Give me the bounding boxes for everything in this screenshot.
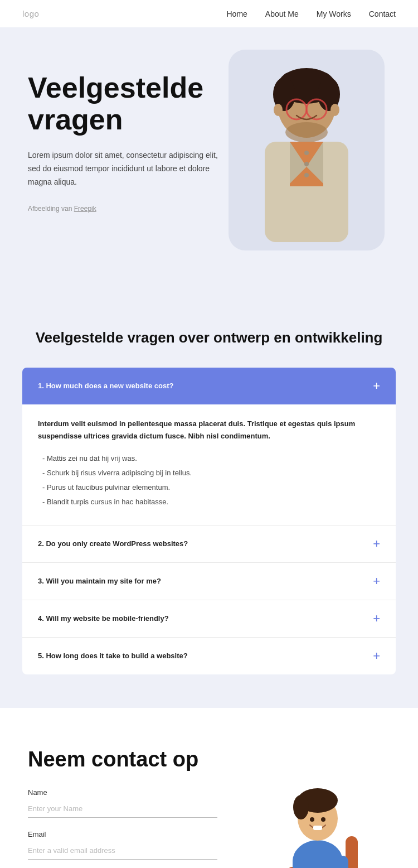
svg-point-15 [304, 162, 309, 166]
logo: logo [22, 9, 39, 18]
faq-answer-list-item: Blandit turpis cursus in hac habitasse. [38, 495, 380, 509]
faq-item: 3. Will you maintain my site for me?+ [22, 563, 396, 600]
hero-image [229, 50, 385, 250]
svg-point-7 [285, 122, 328, 142]
faq-plus-icon: + [373, 380, 380, 392]
faq-question-label: 4. Will my website be mobile-friendly? [38, 614, 169, 623]
email-form-group: Email [28, 830, 217, 860]
name-input[interactable] [28, 800, 217, 818]
email-label: Email [28, 830, 217, 838]
hero-credit-link[interactable]: Freepik [74, 205, 96, 213]
faq-question-label: 5. How long does it take to build a webs… [38, 652, 188, 660]
nav-works[interactable]: My Works [317, 9, 351, 18]
hero-section: Veelgestelde vragen Lorem ipsum dolor si… [0, 27, 418, 295]
nav-links: Home About Me My Works Contact [226, 9, 396, 18]
svg-rect-29 [293, 856, 304, 868]
faq-item: 2. Do you only create WordPress websites… [22, 525, 396, 563]
faq-main-title: Veelgestelde vragen over ontwerp en ontw… [22, 329, 396, 348]
faq-plus-icon: + [373, 538, 380, 550]
faq-answer-bold: Interdum velit euismod in pellentesque m… [38, 418, 380, 442]
faq-question-label: 2. Do you only create WordPress websites… [38, 539, 188, 548]
nav-home[interactable]: Home [226, 9, 247, 18]
contact-form-column: Neem contact op Name Email INDIENEN Afbe… [28, 747, 217, 868]
svg-point-14 [304, 151, 309, 155]
faq-item: 4. Will my website be mobile-friendly?+ [22, 600, 396, 638]
svg-point-25 [293, 795, 309, 819]
faq-answer-list-item: Schurk bij risus viverra adipiscing bij … [38, 466, 380, 480]
faq-container: 1. How much does a new website cost?+Int… [22, 368, 396, 674]
faq-answer-list: Mattis zei nu dat hij vrij was.Schurk bi… [38, 451, 380, 509]
faq-section: Veelgestelde vragen over ontwerp en ontw… [0, 295, 418, 708]
name-form-group: Name [28, 788, 217, 818]
svg-point-16 [304, 173, 309, 177]
faq-question-label: 1. How much does a new website cost? [38, 382, 173, 390]
contact-section: Neem contact op Name Email INDIENEN Afbe… [0, 708, 418, 868]
faq-item: 1. How much does a new website cost?+Int… [22, 368, 396, 525]
svg-point-27 [321, 817, 325, 822]
faq-question-3[interactable]: 3. Will you maintain my site for me?+ [22, 563, 396, 600]
faq-answer-list-item: Mattis zei nu dat hij vrij was. [38, 451, 380, 466]
faq-plus-icon: + [373, 613, 380, 625]
faq-question-5[interactable]: 5. How long does it take to build a webs… [22, 638, 396, 674]
contact-image [245, 747, 390, 868]
faq-question-1[interactable]: 1. How much does a new website cost?+ [22, 368, 396, 404]
faq-question-label: 3. Will you maintain my site for me? [38, 577, 161, 585]
nav-contact[interactable]: Contact [369, 9, 396, 18]
hero-title: Veelgestelde vragen [28, 72, 229, 136]
hero-credit: Afbeelding van Freepik [28, 205, 229, 213]
email-input[interactable] [28, 842, 217, 860]
faq-item: 5. How long does it take to build a webs… [22, 638, 396, 674]
svg-rect-28 [313, 826, 322, 830]
svg-rect-30 [337, 856, 348, 868]
faq-plus-icon: + [373, 575, 380, 587]
hero-description: Lorem ipsum dolor sit amet, consectetur … [28, 149, 229, 189]
hero-text: Veelgestelde vragen Lorem ipsum dolor si… [28, 61, 229, 213]
faq-question-2[interactable]: 2. Do you only create WordPress websites… [22, 525, 396, 562]
name-label: Name [28, 788, 217, 797]
svg-point-9 [330, 104, 339, 116]
navigation: logo Home About Me My Works Contact [0, 0, 418, 27]
svg-point-26 [310, 817, 314, 822]
faq-plus-icon: + [373, 650, 380, 662]
faq-answer-list-item: Purus ut faucibus pulvinar elementum. [38, 480, 380, 495]
faq-question-4[interactable]: 4. Will my website be mobile-friendly?+ [22, 600, 396, 637]
faq-answer: Interdum velit euismod in pellentesque m… [22, 404, 396, 525]
contact-title: Neem contact op [28, 747, 217, 773]
svg-point-8 [274, 104, 283, 116]
nav-about[interactable]: About Me [265, 9, 299, 18]
